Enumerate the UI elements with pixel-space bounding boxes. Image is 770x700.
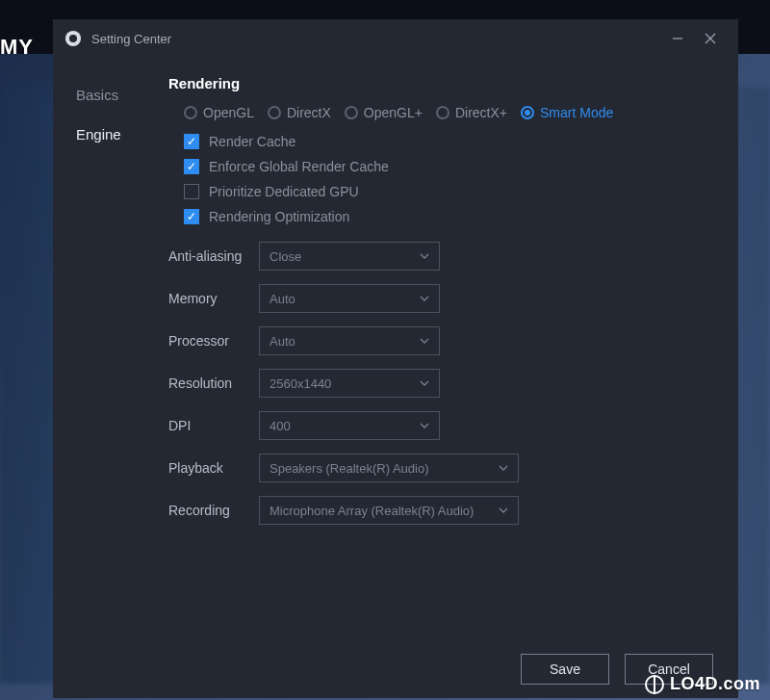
checkbox-label: Rendering Optimization (209, 209, 349, 224)
rendering-checkboxes: Render Cache Enforce Global Render Cache… (184, 134, 717, 224)
radio-icon (345, 106, 358, 119)
select-value: Close (270, 249, 301, 264)
close-button[interactable] (694, 25, 727, 52)
select-anti-aliasing[interactable]: Close (259, 242, 440, 271)
radio-directx-plus[interactable]: DirectX+ (436, 105, 507, 120)
checkbox-icon (184, 209, 199, 224)
svg-point-1 (69, 35, 77, 42)
settings-dialog: Setting Center Basics Engine Rendering O… (53, 19, 738, 698)
chevron-down-icon (420, 296, 429, 301)
radio-icon (184, 106, 197, 119)
row-anti-aliasing: Anti-aliasing Close (168, 242, 717, 271)
section-title: Rendering (168, 75, 717, 91)
radio-icon (436, 106, 449, 119)
button-label: Save (550, 661, 580, 677)
sidebar-item-engine[interactable]: Engine (53, 115, 159, 154)
radio-smart-mode[interactable]: Smart Mode (521, 105, 613, 120)
form-rows: Anti-aliasing Close Memory Auto Processo… (168, 242, 717, 525)
sidebar-item-label: Engine (76, 126, 121, 143)
select-recording[interactable]: Microphone Array (Realtek(R) Audio) (259, 496, 519, 525)
select-value: Speakers (Realtek(R) Audio) (270, 461, 428, 476)
row-recording: Recording Microphone Array (Realtek(R) A… (168, 496, 717, 525)
select-processor[interactable]: Auto (259, 326, 440, 355)
background-my-label: MY (0, 35, 34, 60)
chevron-down-icon (420, 423, 429, 428)
settings-content: Rendering OpenGL DirectX OpenGL+ DirectX… (159, 58, 738, 640)
minimize-button[interactable] (661, 25, 694, 52)
row-resolution: Resolution 2560x1440 (168, 369, 717, 398)
form-label: Anti-aliasing (168, 248, 259, 264)
radio-directx[interactable]: DirectX (268, 105, 331, 120)
save-button[interactable]: Save (521, 654, 609, 685)
chevron-down-icon (420, 338, 429, 344)
checkbox-label: Enforce Global Render Cache (209, 159, 389, 174)
chevron-down-icon (420, 380, 429, 386)
form-label: DPI (168, 418, 259, 433)
radio-icon (521, 106, 534, 119)
chevron-down-icon (420, 253, 429, 259)
radio-label: Smart Mode (540, 105, 613, 120)
watermark-text: LO4D.com (670, 674, 760, 694)
row-playback: Playback Speakers (Realtek(R) Audio) (168, 454, 717, 482)
globe-icon (645, 675, 664, 694)
form-label: Memory (168, 291, 259, 306)
check-rendering-optimization[interactable]: Rendering Optimization (184, 209, 717, 224)
watermark: LO4D.com (645, 674, 760, 694)
chevron-down-icon (499, 465, 508, 471)
form-label: Recording (168, 503, 259, 518)
check-prioritize-dedicated-gpu[interactable]: Prioritize Dedicated GPU (184, 184, 717, 199)
dialog-footer: Save Cancel (53, 640, 738, 698)
sidebar: Basics Engine (53, 58, 159, 640)
radio-label: DirectX (287, 105, 331, 120)
select-value: Auto (270, 334, 295, 349)
checkbox-icon (184, 134, 199, 149)
radio-icon (268, 106, 281, 119)
check-render-cache[interactable]: Render Cache (184, 134, 717, 149)
sidebar-item-label: Basics (76, 87, 118, 103)
checkbox-label: Prioritize Dedicated GPU (209, 184, 359, 199)
radio-label: OpenGL+ (364, 105, 423, 120)
select-value: Auto (270, 292, 295, 306)
radio-label: OpenGL (203, 105, 254, 120)
form-label: Resolution (168, 376, 259, 391)
titlebar: Setting Center (53, 19, 738, 58)
radio-opengl[interactable]: OpenGL (184, 105, 254, 120)
select-memory[interactable]: Auto (259, 284, 440, 313)
select-playback[interactable]: Speakers (Realtek(R) Audio) (259, 454, 519, 482)
checkbox-icon (184, 159, 199, 174)
select-value: Microphone Array (Realtek(R) Audio) (270, 504, 474, 518)
radio-opengl-plus[interactable]: OpenGL+ (345, 105, 423, 120)
radio-label: DirectX+ (455, 105, 507, 120)
rendering-mode-radios: OpenGL DirectX OpenGL+ DirectX+ Smart Mo… (184, 105, 717, 120)
app-icon (64, 30, 82, 47)
chevron-down-icon (499, 507, 508, 513)
row-memory: Memory Auto (168, 284, 717, 313)
select-value: 400 (270, 419, 291, 433)
row-processor: Processor Auto (168, 326, 717, 355)
checkbox-icon (184, 184, 199, 199)
minimize-icon (672, 33, 683, 44)
close-icon (705, 33, 716, 44)
select-dpi[interactable]: 400 (259, 411, 440, 440)
form-label: Playback (168, 460, 259, 476)
select-resolution[interactable]: 2560x1440 (259, 369, 440, 398)
form-label: Processor (168, 333, 259, 349)
select-value: 2560x1440 (270, 376, 331, 391)
row-dpi: DPI 400 (168, 411, 717, 440)
checkbox-label: Render Cache (209, 134, 295, 149)
window-title: Setting Center (91, 32, 171, 46)
check-enforce-global-render-cache[interactable]: Enforce Global Render Cache (184, 159, 717, 174)
sidebar-item-basics[interactable]: Basics (53, 75, 159, 115)
